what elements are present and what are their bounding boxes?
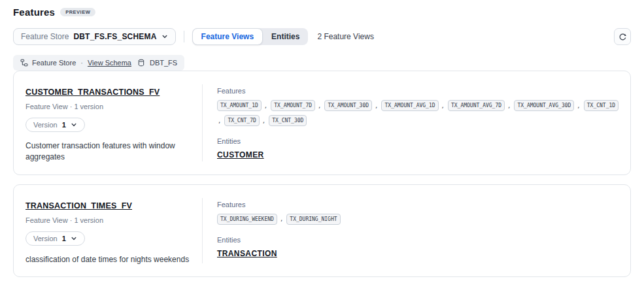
breadcrumb: Feature Store · View Schema DBT_FS <box>13 55 184 71</box>
toolbar: Feature Store DBT_FS.FS_SCHEMA Feature V… <box>13 28 631 45</box>
feature-chip: TX_AMOUNT_30D <box>324 100 372 111</box>
feature-view-title-link[interactable]: TRANSACTION_TIMES_FV <box>25 201 132 210</box>
feature-chip: TX_CNT_7D <box>224 115 259 126</box>
entities-section-label: Entities <box>217 236 620 244</box>
feature-store-select[interactable]: Feature Store DBT_FS.FS_SCHEMA <box>13 28 176 45</box>
chip-separator: , <box>262 118 265 124</box>
card-details: Features TX_AMOUNT_1D,TX_AMOUNT_7D,TX_AM… <box>203 71 630 174</box>
card-details: Features TX_DURING_WEEKEND,TX_DURING_NIG… <box>203 185 630 277</box>
feature-store-icon <box>20 59 28 67</box>
chevron-down-icon <box>71 235 77 242</box>
feature-chip: TX_AMOUNT_AVG_7D <box>448 100 505 111</box>
feature-chip: TX_AMOUNT_1D <box>217 100 262 111</box>
breadcrumb-store-name: DBT_FS <box>150 59 177 67</box>
chip-separator: , <box>441 103 445 109</box>
entity-link[interactable]: CUSTOMER <box>217 150 264 159</box>
feature-chip: TX_CNT_30D <box>269 115 307 126</box>
chip-separator: , <box>280 216 283 222</box>
entities-section: Entities CUSTOMER <box>217 137 620 160</box>
feature-chip: TX_AMOUNT_AVG_30D <box>514 100 574 111</box>
refresh-icon <box>619 33 627 41</box>
tab-entities[interactable]: Entities <box>263 28 308 45</box>
feature-chip: TX_DURING_WEEKEND <box>217 214 277 225</box>
feature-chip-list: TX_DURING_WEEKEND,TX_DURING_NIGHT <box>217 214 620 225</box>
version-label: Version <box>33 121 58 129</box>
feature-store-select-value: DBT_FS.FS_SCHEMA <box>73 32 156 41</box>
feature-chip-list: TX_AMOUNT_1D,TX_AMOUNT_7D,TX_AMOUNT_30D,… <box>217 100 620 126</box>
feature-view-description: classification of date times for nights … <box>25 254 190 265</box>
version-select[interactable]: Version 1 <box>25 118 85 132</box>
version-value: 1 <box>62 235 66 242</box>
entity-link-list: TRANSACTION <box>217 244 620 259</box>
feature-chip: TX_AMOUNT_7D <box>271 100 315 111</box>
database-icon <box>137 59 145 67</box>
chip-separator: , <box>318 103 321 109</box>
chip-separator: , <box>577 103 580 109</box>
page-header: Features PREVIEW <box>0 0 644 18</box>
chip-separator: , <box>507 103 511 109</box>
chevron-down-icon <box>71 122 77 128</box>
toolbar-divider <box>184 31 184 42</box>
feature-view-card: CUSTOMER_TRANSACTIONS_FV Feature View · … <box>13 71 631 175</box>
entity-link-list: CUSTOMER <box>217 145 620 160</box>
entity-link[interactable]: TRANSACTION <box>217 249 277 258</box>
feature-view-card: TRANSACTION_TIMES_FV Feature View · 1 ve… <box>13 184 631 278</box>
card-summary: TRANSACTION_TIMES_FV Feature View · 1 ve… <box>14 185 202 277</box>
version-value: 1 <box>62 121 66 129</box>
entities-section-label: Entities <box>217 137 620 145</box>
feature-chip: TX_AMOUNT_AVG_1D <box>381 100 438 111</box>
feature-store-select-label: Feature Store <box>21 32 69 41</box>
page-title: Features <box>13 7 55 18</box>
feature-view-description: Customer transaction features with windo… <box>25 141 190 163</box>
version-label: Version <box>33 235 58 242</box>
feature-chip: TX_CNT_1D <box>584 100 619 111</box>
refresh-button[interactable] <box>614 28 631 45</box>
card-summary: CUSTOMER_TRANSACTIONS_FV Feature View · … <box>14 71 202 174</box>
entities-section: Entities TRANSACTION <box>217 236 620 259</box>
features-section-label: Features <box>217 201 620 208</box>
version-select[interactable]: Version 1 <box>25 231 85 246</box>
chip-separator: , <box>375 103 378 109</box>
feature-view-subtitle: Feature View · 1 version <box>25 216 190 224</box>
preview-badge: PREVIEW <box>60 8 95 17</box>
tab-feature-views[interactable]: Feature Views <box>192 28 263 45</box>
breadcrumb-label: Feature Store <box>32 59 76 67</box>
feature-views-count: 2 Feature Views <box>317 32 374 41</box>
view-tab-group: Feature Views Entities <box>192 28 309 45</box>
chip-separator: , <box>264 103 267 109</box>
chevron-down-icon <box>161 33 168 40</box>
feature-chip: TX_DURING_NIGHT <box>286 214 340 225</box>
chip-separator: , <box>218 118 221 124</box>
features-section-label: Features <box>217 87 620 95</box>
breadcrumb-separator: · <box>80 59 83 67</box>
view-schema-link[interactable]: View Schema <box>88 59 131 67</box>
feature-view-title-link[interactable]: CUSTOMER_TRANSACTIONS_FV <box>25 88 160 97</box>
feature-view-subtitle: Feature View · 1 version <box>25 103 190 110</box>
